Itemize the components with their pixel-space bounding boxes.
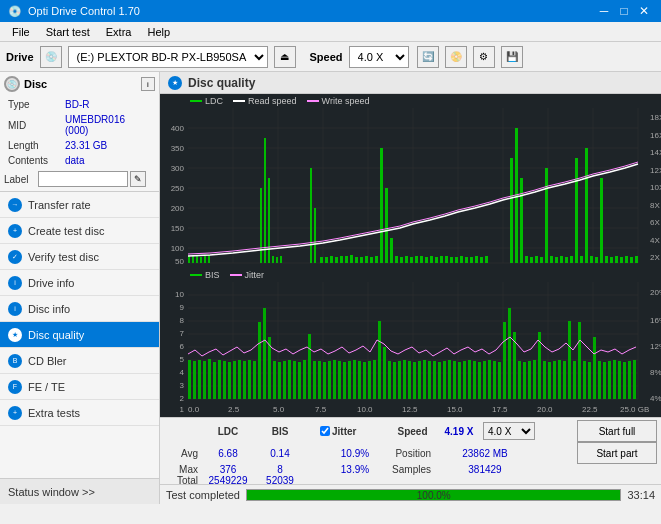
chart2-container: BIS Jitter bbox=[160, 268, 661, 417]
svg-rect-54 bbox=[335, 257, 338, 263]
media-button[interactable]: 📀 bbox=[445, 46, 467, 68]
settings-button[interactable]: ⚙ bbox=[473, 46, 495, 68]
content-title: Disc quality bbox=[188, 76, 255, 90]
legend-jitter: Jitter bbox=[230, 270, 265, 280]
svg-rect-236 bbox=[583, 361, 586, 399]
sidebar-nav: → Transfer rate + Create test disc ✓ Ver… bbox=[0, 192, 159, 478]
menu-file[interactable]: File bbox=[4, 22, 38, 41]
svg-text:20.0: 20.0 bbox=[537, 405, 553, 414]
svg-rect-99 bbox=[580, 256, 583, 263]
status-window-button[interactable]: Status window >> bbox=[0, 478, 159, 504]
svg-text:25.0 GB: 25.0 GB bbox=[620, 405, 649, 414]
speed-select[interactable]: 4.0 X bbox=[349, 46, 409, 68]
svg-rect-200 bbox=[403, 360, 406, 399]
menu-start-test[interactable]: Start test bbox=[38, 22, 98, 41]
minimize-button[interactable]: ─ bbox=[595, 2, 613, 20]
extra-tests-icon: + bbox=[8, 406, 22, 420]
svg-rect-213 bbox=[468, 360, 471, 399]
read-speed-legend-label: Read speed bbox=[248, 96, 297, 106]
svg-rect-187 bbox=[338, 361, 341, 399]
write-speed-legend-color bbox=[307, 100, 319, 102]
svg-rect-235 bbox=[578, 322, 581, 399]
svg-text:16X: 16X bbox=[650, 131, 661, 140]
nav-label: Drive info bbox=[28, 277, 74, 289]
refresh-button[interactable]: 🔄 bbox=[417, 46, 439, 68]
verify-test-disc-icon: ✓ bbox=[8, 250, 22, 264]
sidebar-item-disc-quality[interactable]: ★ Disc quality bbox=[0, 322, 159, 348]
svg-rect-52 bbox=[325, 257, 328, 263]
sidebar-item-verify-test-disc[interactable]: ✓ Verify test disc bbox=[0, 244, 159, 270]
svg-rect-226 bbox=[533, 360, 536, 399]
legend-bis: BIS bbox=[190, 270, 220, 280]
bis-legend-color bbox=[190, 274, 202, 276]
label-input[interactable] bbox=[38, 171, 128, 187]
sidebar-item-create-test-disc[interactable]: + Create test disc bbox=[0, 218, 159, 244]
svg-rect-244 bbox=[623, 362, 626, 399]
stats-max-row: Max 376 8 13.9% Samples 381429 bbox=[164, 464, 657, 475]
stats-ldc-header: LDC bbox=[202, 426, 254, 437]
menu-extra[interactable]: Extra bbox=[98, 22, 140, 41]
disc-type-value: BD-R bbox=[63, 98, 153, 111]
svg-rect-47 bbox=[276, 257, 278, 263]
svg-rect-159 bbox=[198, 360, 201, 399]
disc-title: Disc bbox=[24, 78, 47, 90]
max-ldc: 376 bbox=[202, 464, 254, 475]
svg-rect-84 bbox=[485, 256, 488, 263]
status-text: Test completed bbox=[166, 489, 240, 501]
disc-mid-value: UMEBDR016 (000) bbox=[63, 113, 153, 137]
svg-rect-89 bbox=[530, 257, 533, 263]
svg-rect-83 bbox=[480, 257, 483, 263]
svg-rect-58 bbox=[355, 257, 358, 263]
svg-rect-167 bbox=[238, 360, 241, 399]
legend-read-speed: Read speed bbox=[233, 96, 297, 106]
svg-rect-93 bbox=[550, 256, 553, 263]
svg-text:12%: 12% bbox=[650, 342, 661, 351]
sidebar-item-extra-tests[interactable]: + Extra tests bbox=[0, 400, 159, 426]
sidebar-item-cd-bler[interactable]: B CD Bler bbox=[0, 348, 159, 374]
svg-rect-160 bbox=[203, 361, 206, 399]
svg-rect-71 bbox=[420, 256, 423, 263]
save-button[interactable]: 💾 bbox=[501, 46, 523, 68]
svg-rect-60 bbox=[365, 256, 368, 263]
svg-rect-230 bbox=[553, 361, 556, 399]
svg-rect-165 bbox=[228, 362, 231, 399]
svg-rect-92 bbox=[545, 168, 548, 263]
svg-rect-190 bbox=[353, 360, 356, 399]
stats-speed-header: Speed bbox=[390, 426, 435, 437]
svg-text:7: 7 bbox=[180, 329, 185, 338]
label-edit-button[interactable]: ✎ bbox=[130, 171, 146, 187]
svg-rect-202 bbox=[413, 362, 416, 399]
svg-rect-100 bbox=[585, 148, 588, 263]
svg-rect-79 bbox=[460, 256, 463, 263]
stats-speed-select[interactable]: 4.0 X bbox=[483, 422, 535, 440]
content-header: ★ Disc quality bbox=[160, 72, 661, 94]
eject-button[interactable]: ⏏ bbox=[274, 46, 296, 68]
svg-text:300: 300 bbox=[171, 164, 185, 173]
sidebar-item-fe-te[interactable]: F FE / TE bbox=[0, 374, 159, 400]
sidebar-item-drive-info[interactable]: i Drive info bbox=[0, 270, 159, 296]
maximize-button[interactable]: □ bbox=[615, 2, 633, 20]
drive-select[interactable]: (E:) PLEXTOR BD-R PX-LB950SA 1.06 bbox=[68, 46, 268, 68]
svg-text:350: 350 bbox=[171, 144, 185, 153]
sidebar-item-transfer-rate[interactable]: → Transfer rate bbox=[0, 192, 159, 218]
svg-rect-74 bbox=[435, 257, 438, 263]
close-button[interactable]: ✕ bbox=[635, 2, 653, 20]
disc-info-btn[interactable]: i bbox=[141, 77, 155, 91]
svg-rect-217 bbox=[488, 360, 491, 399]
svg-rect-97 bbox=[570, 256, 573, 263]
bis-legend-label: BIS bbox=[205, 270, 220, 280]
sidebar-item-disc-info[interactable]: i Disc info bbox=[0, 296, 159, 322]
start-full-button[interactable]: Start full bbox=[577, 420, 657, 442]
svg-rect-220 bbox=[503, 322, 506, 399]
title-bar-left: 💿 Opti Drive Control 1.70 bbox=[8, 5, 140, 18]
svg-rect-176 bbox=[283, 361, 286, 399]
svg-rect-68 bbox=[405, 256, 408, 263]
total-label: Total bbox=[164, 475, 202, 484]
fe-te-icon: F bbox=[8, 380, 22, 394]
menu-help[interactable]: Help bbox=[139, 22, 178, 41]
svg-rect-61 bbox=[370, 257, 373, 263]
svg-rect-179 bbox=[298, 362, 301, 399]
jitter-checkbox[interactable] bbox=[320, 426, 330, 436]
start-part-button[interactable]: Start part bbox=[577, 442, 657, 464]
svg-rect-67 bbox=[400, 257, 403, 263]
